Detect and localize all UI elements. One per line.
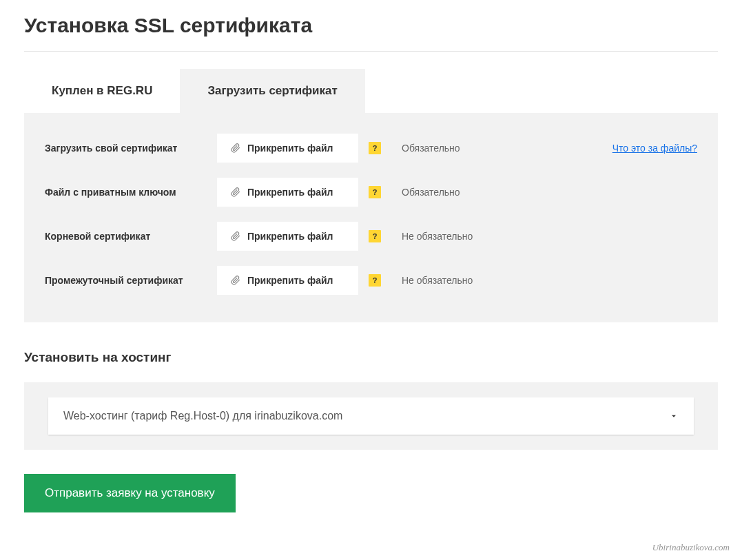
row-private-key: Файл с приватным ключом Прикрепить файл … bbox=[45, 178, 697, 207]
attach-label: Прикрепить файл bbox=[247, 187, 333, 198]
tabs: Куплен в REG.RU Загрузить сертификат bbox=[24, 69, 718, 113]
divider bbox=[24, 51, 718, 52]
row-certificate: Загрузить свой сертификат Прикрепить фай… bbox=[45, 134, 697, 163]
hosting-select-wrapper: Web-хостинг (тариф Reg.Host-0) для irina… bbox=[24, 382, 718, 450]
submit-button[interactable]: Отправить заявку на установку bbox=[24, 474, 236, 512]
help-badge[interactable]: ? bbox=[369, 186, 381, 198]
label-root-cert: Корневой сертификат bbox=[45, 231, 217, 242]
tab-upload[interactable]: Загрузить сертификат bbox=[180, 69, 364, 113]
help-badge[interactable]: ? bbox=[369, 142, 381, 154]
attach-label: Прикрепить файл bbox=[247, 143, 333, 154]
row-intermediate-cert: Промежуточный сертификат Прикрепить файл… bbox=[45, 266, 697, 295]
help-badge[interactable]: ? bbox=[369, 274, 381, 287]
tab-bought[interactable]: Куплен в REG.RU bbox=[24, 69, 180, 113]
paperclip-icon bbox=[231, 231, 240, 241]
attach-label: Прикрепить файл bbox=[247, 275, 333, 286]
help-badge[interactable]: ? bbox=[369, 230, 381, 242]
paperclip-icon bbox=[231, 187, 240, 197]
hosting-select[interactable]: Web-хостинг (тариф Reg.Host-0) для irina… bbox=[48, 397, 694, 435]
hosting-select-value: Web-хостинг (тариф Reg.Host-0) для irina… bbox=[63, 410, 342, 422]
row-root-cert: Корневой сертификат Прикрепить файл ? Не… bbox=[45, 222, 697, 251]
attach-label: Прикрепить файл bbox=[247, 231, 333, 242]
label-private-key: Файл с приватным ключом bbox=[45, 187, 217, 198]
attach-intermediate-cert-button[interactable]: Прикрепить файл bbox=[217, 266, 358, 295]
requirement-text: Обязательно bbox=[402, 143, 460, 154]
paperclip-icon bbox=[231, 143, 240, 153]
attach-private-key-button[interactable]: Прикрепить файл bbox=[217, 178, 358, 207]
paperclip-icon bbox=[231, 276, 240, 285]
label-certificate: Загрузить свой сертификат bbox=[45, 143, 217, 154]
upload-form-panel: Загрузить свой сертификат Прикрепить фай… bbox=[24, 113, 718, 322]
help-link[interactable]: Что это за файлы? bbox=[612, 143, 697, 154]
attach-root-cert-button[interactable]: Прикрепить файл bbox=[217, 222, 358, 251]
page-title: Установка SSL сертификата bbox=[24, 14, 718, 37]
label-intermediate-cert: Промежуточный сертификат bbox=[45, 275, 217, 286]
hosting-section-title: Установить на хостинг bbox=[24, 350, 718, 365]
requirement-text: Не обязательно bbox=[402, 275, 473, 286]
chevron-down-icon bbox=[669, 411, 679, 421]
attach-certificate-button[interactable]: Прикрепить файл bbox=[217, 134, 358, 163]
requirement-text: Не обязательно bbox=[402, 231, 473, 242]
requirement-text: Обязательно bbox=[402, 187, 460, 198]
